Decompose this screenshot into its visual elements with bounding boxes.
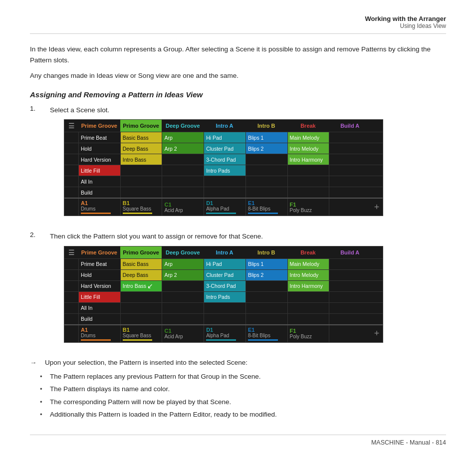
arr2-col-0: Prime Groove [78, 246, 120, 258]
arr1-r5-c0: Build [78, 187, 120, 198]
arr2-bot-c0: A1 Drums [78, 325, 120, 342]
arr1-r3-c0: Little Fill [78, 165, 120, 176]
step-1-text: Select a Scene slot. [50, 105, 383, 116]
arr2-r5-c2 [162, 314, 204, 324]
arr2-r4-c2 [162, 303, 204, 313]
arr1-r2-c4 [245, 154, 287, 165]
arr1-r2-c3: 3-Chord Pad [204, 154, 245, 165]
bullet-0: • The Pattern replaces any previous Patt… [40, 372, 446, 382]
step-1: 1. Select a Scene slot. ☰ Prime Groove P… [30, 105, 446, 225]
arr2-row-3: Little Fill Intro Pads [64, 291, 383, 302]
arr2-r4-c0: All In [78, 303, 120, 313]
arr2-row-2: Hard Version Intro Bass ↙ 3-Chord Pad In… [64, 280, 383, 291]
arr2-r3-c4 [245, 292, 287, 302]
arr2-bot-plus: + [371, 325, 383, 342]
arr2-r4-c1 [120, 303, 162, 313]
arr1-r5-c2 [162, 187, 204, 198]
arr2-r1-c5: Intro Melody [287, 270, 329, 280]
arr2-col-3: Intro A [204, 246, 245, 258]
header-title: Working with the Arranger [30, 15, 446, 22]
arr1-row-4: All In [64, 176, 383, 187]
arr1-r3-c4 [245, 165, 287, 176]
arr1-r5-c1 [120, 187, 162, 198]
arr2-r5-c1 [120, 314, 162, 324]
arr2-r3-c2 [162, 292, 204, 302]
arr1-bot-c3: D1 Alpha Pad [204, 199, 245, 216]
arr1-r1-c6 [329, 143, 371, 154]
arr2-r5-c6 [329, 314, 371, 324]
arr1-menu-icon: ☰ [64, 122, 78, 130]
arr2-r3-c0: Little Fill [78, 292, 120, 302]
arr1-col-3: Intro A [204, 120, 245, 132]
arr1-r2-c6 [329, 154, 371, 165]
arr2-r2-c1: Intro Bass ↙ [120, 281, 162, 291]
page-header: Working with the Arranger Using Ideas Vi… [30, 15, 446, 34]
arr1-r0-c2: Arp [162, 132, 204, 143]
arr2-r5-c5 [287, 314, 329, 324]
intro-para2: Any changes made in Ideas view or Song v… [30, 70, 446, 81]
arr2-row-5: Build [64, 313, 383, 324]
arr2-r1-c0: Hold [78, 270, 120, 280]
arr1-bottom-row: A1 Drums B1 Square Bass C1 Acid Arp [64, 198, 383, 216]
arr1-r4-c4 [245, 176, 287, 187]
arr2-r4-c4 [245, 303, 287, 313]
arr1-r0-c4: Blips 1 [245, 132, 287, 143]
arr1-r5-c6 [329, 187, 371, 198]
arr1-r3-c1 [120, 165, 162, 176]
arr2-r3-c6 [329, 292, 371, 302]
arr2-bot-c2: C1 Acid Arp [162, 325, 204, 342]
arr2-r1-c2: Arp 2 [162, 270, 204, 280]
arranger-grid-1: ☰ Prime Groove Primo Groove Deep Groove … [64, 119, 383, 216]
arr2-r1-c4: Blips 2 [245, 270, 287, 280]
arr1-row-2: Hard Version Intro Bass 3-Chord Pad Intr… [64, 154, 383, 165]
arr1-r1-c5: Intro Melody [287, 143, 329, 154]
arrow-text: Upon your selection, the Pattern is inse… [45, 358, 247, 368]
bullet-3: • Additionally this Pattern is loaded in… [40, 410, 446, 420]
arr1-r3-c2 [162, 165, 204, 176]
bullet-2: • The corresponding Pattern will now be … [40, 397, 446, 407]
arr2-row-1: Hold Deep Bass Arp 2 Cluster Pad Blips 2… [64, 269, 383, 280]
arr1-r3-c6 [329, 165, 371, 176]
arr2-r4-c5 [287, 303, 329, 313]
page-footer: MASCHINE - Manual - 814 [30, 435, 446, 446]
arr2-row-0: Prime Beat Basic Bass Arp Hi Pad Blips 1… [64, 258, 383, 269]
step-2-text: Then click the Pattern slot you want to … [50, 231, 383, 242]
step-2-num: 2. [30, 231, 42, 238]
bullet-text-3: Additionally this Pattern is loaded in t… [50, 410, 277, 420]
arr2-r2-c5: Intro Harmony [287, 281, 329, 291]
arr2-r0-c2: Arp [162, 259, 204, 269]
arr2-r0-c0: Prime Beat [78, 259, 120, 269]
arr2-r5-c4 [245, 314, 287, 324]
arr2-bottom-row: A1 Drums B1 Square Bass C1 Acid Arp [64, 324, 383, 342]
arr2-col-4: Intro B [245, 246, 287, 258]
arr1-bot-plus: + [371, 199, 383, 216]
arr1-r3-c5 [287, 165, 329, 176]
bullet-dot-3: • [40, 410, 46, 420]
arr2-r4-c6 [329, 303, 371, 313]
arr1-r5-c3 [204, 187, 245, 198]
arr1-r0-c3: Hi Pad [204, 132, 245, 143]
arr1-r4-c1 [120, 176, 162, 187]
arr2-r1-c3: Cluster Pad [204, 270, 245, 280]
arr2-col-1: Primo Groove [120, 246, 162, 258]
arr1-header-row: ☰ Prime Groove Primo Groove Deep Groove … [64, 120, 383, 132]
bullet-text-2: The corresponding Pattern will now be pl… [50, 397, 231, 407]
arr1-bottom-icon [64, 199, 78, 216]
footer-text: MASCHINE - Manual - 814 [371, 439, 446, 446]
arr1-r1-c3: Cluster Pad [204, 143, 245, 154]
arr2-r3-c3: Intro Pads [204, 292, 245, 302]
arranger-1: ☰ Prime Groove Primo Groove Deep Groove … [64, 119, 383, 216]
arr1-col-1: Primo Groove [120, 120, 162, 132]
arr2-r4-c3 [204, 303, 245, 313]
arr2-bot-c3: D1 Alpha Pad [204, 325, 245, 342]
arr2-r2-c0: Hard Version [78, 281, 120, 291]
arr2-r3-c1 [120, 292, 162, 302]
arr1-bot-c5: F1 Poly Buzz [287, 199, 329, 216]
arr1-r5-c4 [245, 187, 287, 198]
arr2-r0-c1: Basic Bass [120, 259, 162, 269]
arr1-r1-c1: Deep Bass [120, 143, 162, 154]
arr1-r1-c0: Hold [78, 143, 120, 154]
arr1-row-5: Build [64, 187, 383, 198]
arr1-r2-c0: Hard Version [78, 154, 120, 165]
arr1-col-6: Build A [329, 120, 371, 132]
